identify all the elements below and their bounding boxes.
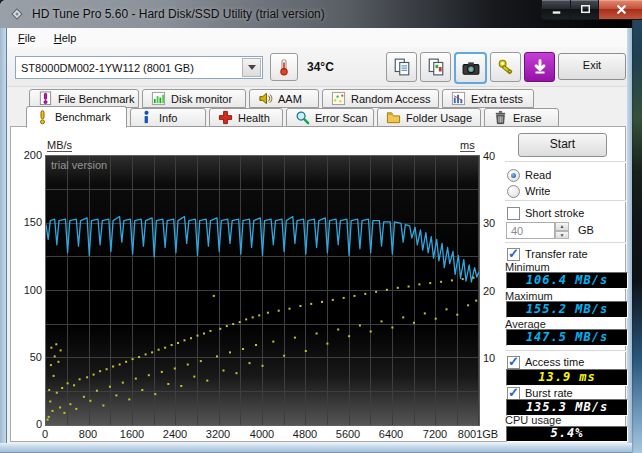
axis-tick-label: 100 — [24, 284, 42, 296]
burst-rate-checkbox[interactable]: Burst rate — [507, 386, 573, 400]
health-icon — [218, 110, 233, 125]
close-button[interactable] — [598, 0, 642, 20]
stepper-up-icon[interactable]: ▲ — [555, 222, 569, 231]
tab-random-access[interactable]: Random Access — [322, 89, 439, 108]
axis-tick-label: 3200 — [206, 428, 230, 440]
axis-tick-label: 150 — [24, 216, 42, 228]
minimum-value: 106.4 MB/s — [506, 272, 628, 289]
tab-extra-tests[interactable]: Extra tests — [442, 89, 534, 108]
menu-item-file[interactable]: File — [11, 30, 43, 46]
tab-aam[interactable]: AAM — [249, 89, 319, 108]
tab-info[interactable]: Info — [130, 108, 206, 127]
tab-label: Health — [238, 112, 270, 124]
exit-button[interactable]: Exit — [558, 53, 626, 80]
screenshot-button[interactable] — [454, 52, 487, 84]
trial-watermark: trial version — [51, 159, 107, 171]
write-radio[interactable]: Write — [507, 184, 550, 198]
access-time-checkbox[interactable]: Access time — [507, 355, 584, 369]
copy-image-icon — [427, 58, 445, 76]
folder-icon — [386, 110, 401, 125]
tab-benchmark[interactable]: Benchmark — [26, 106, 127, 128]
axis-tick-label: 0 — [42, 428, 48, 440]
maximum-value: 155.2 MB/s — [506, 301, 628, 318]
axis-tick-label: 2400 — [163, 428, 187, 440]
tab-folder-usage[interactable]: Folder Usage — [377, 108, 481, 127]
close-icon — [614, 2, 629, 17]
axis-tick-label: 200 — [24, 149, 42, 161]
tab-label: File Benchmark — [58, 93, 134, 105]
tab-label: AAM — [278, 93, 302, 105]
minimize-button[interactable] — [541, 0, 572, 20]
window-title: HD Tune Pro 5.60 - Hard Disk/SSD Utility… — [32, 7, 325, 21]
short-stroke-stepper[interactable]: ▲ ▼ — [555, 222, 569, 239]
tab-disk-monitor[interactable]: Disk monitor — [142, 89, 246, 108]
title-bar[interactable]: HD Tune Pro 5.60 - Hard Disk/SSD Utility… — [0, 0, 632, 29]
benchmark-icon — [35, 110, 50, 125]
tab-erase[interactable]: Erase — [484, 108, 559, 127]
cpu-usage-value: 5.4% — [506, 426, 628, 442]
axis-tick-label: 5600 — [336, 428, 360, 440]
chevron-down-icon[interactable] — [242, 58, 261, 77]
radio-icon[interactable] — [507, 185, 520, 198]
window-border-bottom — [0, 443, 632, 453]
transfer-rate-label: Transfer rate — [525, 248, 588, 260]
app-icon — [9, 6, 25, 22]
drive-select[interactable]: ST8000DM002-1YW112 (8001 GB) — [15, 56, 263, 79]
chart-canvas — [46, 156, 479, 425]
temperature-value: 34°C — [307, 60, 334, 74]
average-value: 147.5 MB/s — [506, 329, 628, 346]
short-stroke-unit-label: GB — [578, 224, 594, 236]
tab-label: Erase — [513, 112, 542, 124]
update-button[interactable] — [524, 52, 555, 82]
maximize-button[interactable] — [570, 0, 600, 20]
right-axis-unit-label: ms — [460, 139, 475, 152]
toolbar-buttons — [386, 52, 555, 84]
tab-error-scan[interactable]: Error Scan — [286, 108, 374, 127]
copy-image-button[interactable] — [420, 52, 451, 82]
checkbox-icon[interactable] — [507, 207, 520, 220]
window-border-left — [0, 28, 6, 443]
copy-text-button[interactable] — [386, 52, 417, 82]
download-icon — [531, 58, 549, 76]
tab-label: Info — [159, 112, 177, 124]
axis-tick-label: 50 — [30, 351, 42, 363]
burst-rate-label: Burst rate — [525, 387, 573, 399]
save-button[interactable] — [490, 52, 521, 82]
tab-label: Benchmark — [55, 111, 111, 123]
checkbox-icon[interactable] — [507, 356, 520, 369]
axis-tick-label: 4800 — [293, 428, 317, 440]
tab-label: Extra tests — [471, 93, 523, 105]
thermometer-icon — [275, 57, 293, 77]
start-button[interactable]: Start — [518, 133, 607, 157]
menu-item-help[interactable]: Help — [47, 30, 84, 46]
tab-label: Random Access — [351, 93, 430, 105]
divider — [505, 200, 626, 202]
divider — [505, 242, 626, 244]
transfer-rate-checkbox[interactable]: Transfer rate — [507, 247, 588, 261]
save-icon — [497, 58, 515, 76]
divider — [505, 161, 626, 163]
speaker-icon — [258, 91, 273, 106]
desktop-background — [632, 0, 642, 453]
temperature-button[interactable] — [270, 53, 298, 81]
copy-icon — [393, 58, 411, 76]
write-radio-label: Write — [525, 185, 550, 197]
tab-health[interactable]: Health — [209, 108, 283, 127]
short-stroke-checkbox[interactable]: Short stroke — [507, 206, 584, 220]
extra-tests-icon — [451, 91, 466, 106]
menu-bar: FileHelp — [7, 28, 627, 48]
axis-tick-label: 1600 — [120, 428, 144, 440]
info-icon — [139, 110, 154, 125]
access-time-value: 13.9 ms — [506, 369, 628, 386]
radio-icon[interactable] — [507, 169, 520, 182]
short-stroke-size-input[interactable]: 40 — [506, 222, 555, 239]
checkbox-icon[interactable] — [507, 248, 520, 261]
read-radio[interactable]: Read — [507, 168, 551, 182]
toolbar: ST8000DM002-1YW112 (8001 GB) 34°C Exit — [7, 47, 627, 87]
stepper-down-icon[interactable]: ▼ — [555, 231, 569, 240]
axis-tick-label: 20 — [483, 285, 495, 297]
erase-icon — [493, 110, 508, 125]
checkbox-icon[interactable] — [507, 387, 520, 400]
screen: HD Tune Pro 5.60 - Hard Disk/SSD Utility… — [0, 0, 642, 453]
divider — [505, 350, 626, 352]
